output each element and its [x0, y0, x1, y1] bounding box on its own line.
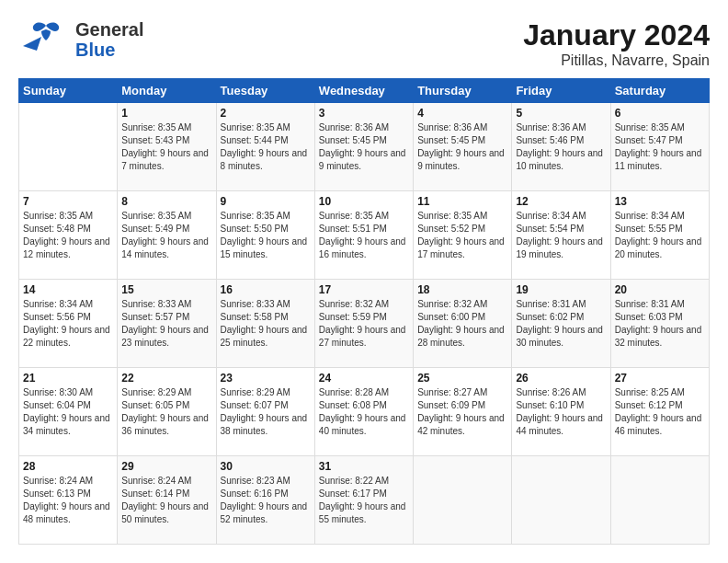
title-block: January 2024 Pitillas, Navarre, Spain — [523, 18, 710, 69]
day-info: Sunrise: 8:35 AM Sunset: 5:50 PM Dayligh… — [221, 210, 311, 261]
sunset: Sunset: 5:56 PM — [23, 312, 91, 322]
daylight: Daylight: 9 hours and 16 minutes. — [319, 236, 406, 259]
calendar-cell: 27 Sunrise: 8:25 AM Sunset: 6:12 PM Dayl… — [610, 368, 709, 456]
day-info: Sunrise: 8:32 AM Sunset: 6:00 PM Dayligh… — [417, 298, 507, 350]
sunset: Sunset: 6:00 PM — [417, 312, 485, 322]
sunrise: Sunrise: 8:22 AM — [319, 476, 389, 486]
daylight: Daylight: 9 hours and 25 minutes. — [221, 325, 308, 348]
sunset: Sunset: 5:43 PM — [121, 135, 189, 145]
day-number: 14 — [23, 283, 113, 296]
day-info: Sunrise: 8:35 AM Sunset: 5:44 PM Dayligh… — [221, 121, 311, 173]
calendar-cell: 16 Sunrise: 8:33 AM Sunset: 5:58 PM Dayl… — [216, 280, 314, 368]
col-monday: Monday — [118, 79, 216, 103]
sunset: Sunset: 5:55 PM — [615, 224, 683, 234]
col-tuesday: Tuesday — [216, 79, 314, 103]
daylight: Daylight: 9 hours and 19 minutes. — [516, 236, 603, 259]
day-number: 24 — [319, 372, 409, 385]
page: General Blue January 2024 Pitillas, Nava… — [0, 0, 728, 563]
sunset: Sunset: 6:09 PM — [417, 400, 485, 410]
sunrise: Sunrise: 8:31 AM — [516, 299, 586, 309]
day-number: 10 — [319, 195, 409, 208]
calendar-title: January 2024 — [523, 18, 710, 52]
daylight: Daylight: 9 hours and 14 minutes. — [121, 236, 209, 259]
day-info: Sunrise: 8:29 AM Sunset: 6:05 PM Dayligh… — [121, 386, 211, 438]
day-info: Sunrise: 8:27 AM Sunset: 6:09 PM Dayligh… — [417, 386, 507, 438]
sunrise: Sunrise: 8:36 AM — [319, 122, 389, 132]
calendar-cell: 20 Sunrise: 8:31 AM Sunset: 6:03 PM Dayl… — [610, 280, 709, 368]
daylight: Daylight: 9 hours and 12 minutes. — [23, 236, 110, 259]
col-friday: Friday — [512, 79, 610, 103]
calendar-cell — [610, 456, 709, 545]
sunrise: Sunrise: 8:35 AM — [221, 122, 290, 132]
day-info: Sunrise: 8:34 AM Sunset: 5:56 PM Dayligh… — [23, 298, 113, 350]
sunset: Sunset: 5:59 PM — [319, 312, 387, 322]
day-number: 2 — [221, 107, 311, 120]
sunrise: Sunrise: 8:35 AM — [319, 211, 389, 221]
calendar-cell: 12 Sunrise: 8:34 AM Sunset: 5:54 PM Dayl… — [512, 191, 610, 280]
sunrise: Sunrise: 8:35 AM — [221, 211, 290, 221]
sunrise: Sunrise: 8:26 AM — [516, 387, 586, 397]
sunset: Sunset: 5:50 PM — [221, 224, 289, 234]
calendar-subtitle: Pitillas, Navarre, Spain — [523, 52, 710, 69]
daylight: Daylight: 9 hours and 44 minutes. — [516, 413, 603, 436]
logo-icon — [18, 18, 74, 60]
calendar-cell: 19 Sunrise: 8:31 AM Sunset: 6:02 PM Dayl… — [512, 280, 610, 368]
day-number: 21 — [23, 372, 113, 385]
daylight: Daylight: 9 hours and 9 minutes. — [417, 148, 505, 171]
calendar-cell: 23 Sunrise: 8:29 AM Sunset: 6:07 PM Dayl… — [216, 368, 314, 456]
daylight: Daylight: 9 hours and 22 minutes. — [23, 325, 110, 348]
sunrise: Sunrise: 8:28 AM — [319, 387, 389, 397]
sunrise: Sunrise: 8:24 AM — [121, 476, 191, 486]
header: General Blue January 2024 Pitillas, Nava… — [18, 18, 710, 69]
daylight: Daylight: 9 hours and 27 minutes. — [319, 325, 406, 348]
daylight: Daylight: 9 hours and 20 minutes. — [615, 236, 702, 259]
sunrise: Sunrise: 8:35 AM — [121, 122, 191, 132]
day-number: 28 — [23, 460, 113, 473]
sunset: Sunset: 6:10 PM — [516, 400, 584, 410]
sunset: Sunset: 5:51 PM — [319, 224, 387, 234]
col-saturday: Saturday — [610, 79, 709, 103]
day-number: 17 — [319, 283, 409, 296]
day-number: 23 — [221, 372, 311, 385]
sunrise: Sunrise: 8:27 AM — [417, 387, 487, 397]
calendar-cell: 17 Sunrise: 8:32 AM Sunset: 5:59 PM Dayl… — [314, 280, 413, 368]
sunset: Sunset: 6:03 PM — [615, 312, 683, 322]
sunrise: Sunrise: 8:36 AM — [417, 122, 487, 132]
sunset: Sunset: 5:46 PM — [516, 135, 584, 145]
calendar-cell: 30 Sunrise: 8:23 AM Sunset: 6:16 PM Dayl… — [216, 456, 314, 545]
calendar-cell — [19, 103, 118, 191]
daylight: Daylight: 9 hours and 11 minutes. — [615, 148, 702, 171]
sunrise: Sunrise: 8:32 AM — [319, 299, 389, 309]
daylight: Daylight: 9 hours and 32 minutes. — [615, 325, 702, 348]
sunset: Sunset: 6:02 PM — [516, 312, 584, 322]
calendar-cell: 15 Sunrise: 8:33 AM Sunset: 5:57 PM Dayl… — [118, 280, 216, 368]
day-number: 16 — [221, 283, 311, 296]
day-info: Sunrise: 8:35 AM Sunset: 5:51 PM Dayligh… — [319, 210, 409, 261]
calendar-week-row: 7 Sunrise: 8:35 AM Sunset: 5:48 PM Dayli… — [19, 191, 710, 280]
day-info: Sunrise: 8:23 AM Sunset: 6:16 PM Dayligh… — [221, 475, 311, 526]
day-info: Sunrise: 8:33 AM Sunset: 5:57 PM Dayligh… — [121, 298, 211, 350]
day-number: 27 — [615, 372, 705, 385]
calendar-cell: 29 Sunrise: 8:24 AM Sunset: 6:14 PM Dayl… — [118, 456, 216, 545]
calendar-cell: 10 Sunrise: 8:35 AM Sunset: 5:51 PM Dayl… — [314, 191, 413, 280]
calendar-cell: 21 Sunrise: 8:30 AM Sunset: 6:04 PM Dayl… — [19, 368, 118, 456]
sunset: Sunset: 5:49 PM — [121, 224, 189, 234]
daylight: Daylight: 9 hours and 10 minutes. — [516, 148, 603, 171]
day-info: Sunrise: 8:24 AM Sunset: 6:13 PM Dayligh… — [23, 475, 113, 526]
sunset: Sunset: 5:47 PM — [615, 135, 683, 145]
sunrise: Sunrise: 8:24 AM — [23, 476, 93, 486]
sunrise: Sunrise: 8:35 AM — [417, 211, 487, 221]
sunset: Sunset: 6:05 PM — [121, 400, 189, 410]
sunrise: Sunrise: 8:31 AM — [615, 299, 685, 309]
day-number: 9 — [221, 195, 311, 208]
calendar-header-row: Sunday Monday Tuesday Wednesday Thursday… — [19, 79, 710, 103]
sunset: Sunset: 6:13 PM — [23, 488, 91, 499]
day-number: 4 — [417, 107, 507, 120]
sunset: Sunset: 6:07 PM — [221, 400, 289, 410]
sunset: Sunset: 5:54 PM — [516, 224, 584, 234]
day-info: Sunrise: 8:32 AM Sunset: 5:59 PM Dayligh… — [319, 298, 409, 350]
day-info: Sunrise: 8:25 AM Sunset: 6:12 PM Dayligh… — [615, 386, 705, 438]
calendar-cell: 26 Sunrise: 8:26 AM Sunset: 6:10 PM Dayl… — [512, 368, 610, 456]
calendar-cell — [414, 456, 512, 545]
sunrise: Sunrise: 8:34 AM — [516, 211, 586, 221]
